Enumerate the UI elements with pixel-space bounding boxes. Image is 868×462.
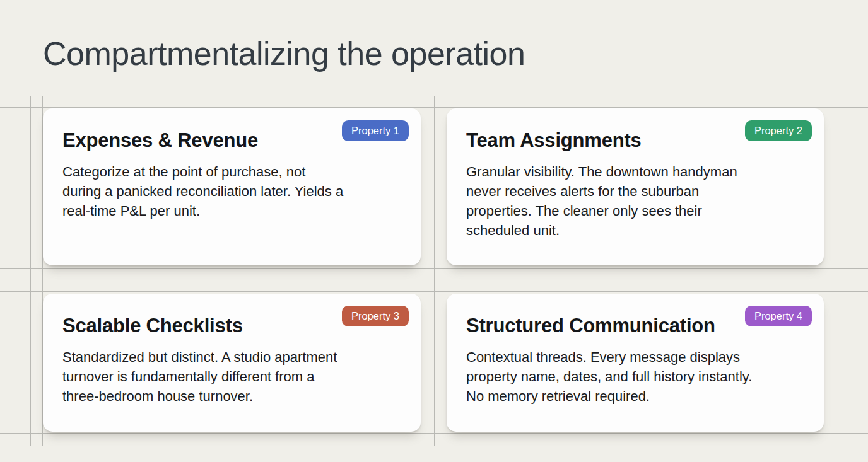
- grid-guide-vertical: [30, 96, 31, 446]
- grid-guide-vertical: [423, 96, 423, 446]
- grid-guide-horizontal: [0, 446, 868, 446]
- grid-guide-vertical: [434, 96, 435, 446]
- card-body: Granular visibility. The downtown handym…: [466, 162, 804, 240]
- card-body: Contextual threads. Every message displa…: [466, 347, 804, 406]
- card-expenses-revenue[interactable]: Property 1 Expenses & Revenue Categorize…: [43, 108, 421, 265]
- card-structured-communication[interactable]: Property 4 Structured Communication Cont…: [447, 294, 824, 432]
- slide-canvas: Compartmentalizing the operation Propert…: [0, 0, 868, 462]
- card-team-assignments[interactable]: Property 2 Team Assignments Granular vis…: [447, 108, 824, 265]
- card-scalable-checklists[interactable]: Property 3 Scalable Checklists Standardi…: [43, 294, 421, 432]
- grid-guide-vertical: [826, 96, 826, 446]
- property-badge[interactable]: Property 4: [745, 306, 812, 326]
- property-badge[interactable]: Property 1: [342, 120, 409, 141]
- grid-guide-vertical: [838, 96, 838, 446]
- property-badge[interactable]: Property 3: [342, 306, 409, 326]
- card-body: Categorize at the point of purchase, not…: [62, 162, 401, 221]
- card-body: Standardized but distinct. A studio apar…: [62, 347, 401, 406]
- slide-title: Compartmentalizing the operation: [43, 35, 525, 73]
- property-badge[interactable]: Property 2: [745, 120, 812, 141]
